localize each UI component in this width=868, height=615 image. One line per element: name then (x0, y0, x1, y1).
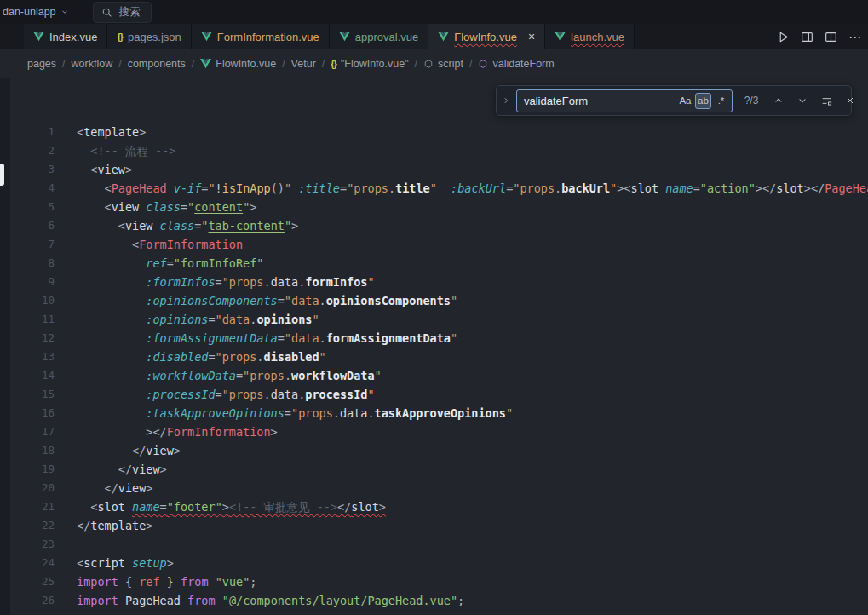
code-line[interactable]: 26import PageHead from "@/components/lay… (10, 591, 868, 610)
chevron-down-icon (60, 8, 69, 16)
tab-approval-vue[interactable]: approval.vue (330, 24, 428, 49)
split-editor-button[interactable] (825, 31, 837, 43)
find-results: ?/3 (739, 95, 764, 106)
line-number: 14 (10, 366, 55, 385)
breadcrumb-separator: / (192, 58, 194, 70)
play-icon (777, 31, 790, 43)
run-file-button[interactable] (777, 31, 790, 43)
code-line[interactable]: 6 <view class="tab-content"> (10, 216, 868, 235)
find-toggles: Aaab.* (677, 93, 729, 109)
more-actions-button[interactable]: ⋯ (848, 31, 861, 43)
tab-index-vue[interactable]: Index.vue (24, 24, 107, 49)
breadcrumb-separator: / (62, 58, 65, 70)
line-number: 18 (10, 441, 55, 460)
close-icon[interactable]: × (528, 31, 535, 43)
titlebar-search[interactable]: 搜索 (93, 2, 152, 23)
code-line[interactable]: 3 <view> (10, 160, 868, 179)
breadcrumb-separator: / (469, 58, 472, 70)
breadcrumb-item-script[interactable]: script (423, 58, 463, 70)
code-line[interactable]: 8 ref="formInfoRef" (10, 254, 868, 273)
tab-flowinfo-vue[interactable]: FlowInfo.vue× (428, 24, 545, 49)
breadcrumb-item--flowinfo-vue-[interactable]: {}"FlowInfo.vue" (331, 58, 408, 70)
tab-label: FlowInfo.vue (454, 31, 517, 43)
line-number: 12 (10, 329, 55, 348)
breadcrumb: pages/workflow/components/FlowInfo.vue/V… (10, 49, 868, 78)
vue-icon (555, 32, 566, 42)
find-in-selection-button[interactable] (818, 92, 835, 109)
breadcrumb-item-vetur[interactable]: Vetur (291, 58, 316, 70)
search-label: 搜索 (119, 5, 141, 20)
json-icon: {} (117, 32, 123, 42)
code-line[interactable]: 22</template> (10, 516, 868, 535)
toggle-replace-icon[interactable] (502, 96, 510, 105)
more-icon: ⋯ (848, 31, 861, 43)
tab-label: launch.vue (571, 31, 624, 43)
tab-label: Index.vue (49, 31, 97, 43)
breadcrumb-item-components[interactable]: components (128, 58, 186, 70)
split-icon (825, 31, 837, 43)
code-editor[interactable]: 1<template>2 <!-- 流程 -->3 <view>4 <PageH… (10, 78, 868, 615)
code-line[interactable]: 18 </view> (10, 441, 868, 460)
code-line[interactable]: 7 <FormInformation (10, 235, 868, 254)
code-line[interactable]: 9 :formInfos="props.data.formInfos" (10, 273, 868, 291)
whole-word-toggle[interactable]: ab (695, 93, 711, 109)
workspace-name: dan-uniapp (3, 6, 56, 18)
code-line[interactable]: 2 <!-- 流程 --> (10, 141, 868, 160)
line-number: 10 (10, 291, 55, 310)
tab-label: approval.vue (355, 31, 418, 43)
line-number: 13 (10, 348, 55, 366)
breadcrumb-item-pages[interactable]: pages (27, 58, 56, 70)
code-line[interactable]: 15 :processId="props.data.processId" (10, 385, 868, 404)
code-line[interactable]: 5 <view class="content"> (10, 198, 868, 216)
use-regex-toggle[interactable]: .* (713, 93, 729, 109)
code-line[interactable]: 12 :formAssignmentData="data.formAssignm… (10, 329, 868, 348)
search-icon (101, 7, 112, 18)
line-number: 9 (10, 273, 55, 291)
code-line[interactable]: 11 :opinions="data.opinions" (10, 310, 868, 329)
workspace-menu[interactable]: dan-uniapp (0, 6, 69, 18)
tab-label: FormInformation.vue (217, 31, 319, 43)
code-line[interactable]: 17 ></FormInformation> (10, 422, 868, 441)
line-number: 20 (10, 479, 55, 497)
line-number: 17 (10, 422, 55, 441)
code-line[interactable]: 19 </view> (10, 460, 868, 479)
code-line[interactable]: 13 :disabled="props.disabled" (10, 348, 868, 366)
tab-launch-vue[interactable]: launch.vue (545, 24, 635, 49)
code-line[interactable]: 23 (10, 535, 868, 554)
code-line[interactable]: 24<script setup> (10, 554, 868, 572)
breadcrumb-item-validateform[interactable]: validateForm (478, 58, 554, 70)
breadcrumb-item-flowinfo-vue[interactable]: FlowInfo.vue (200, 58, 276, 70)
find-buttons (770, 92, 859, 109)
code-line[interactable]: 16 :taskApproveOpinions="props.data.task… (10, 404, 868, 422)
find-input[interactable] (522, 94, 675, 108)
line-number: 16 (10, 404, 55, 422)
code-line[interactable]: 25import { ref } from "vue"; (10, 572, 868, 591)
code-line[interactable]: 14 :workflowData="props.workflowData" (10, 366, 868, 385)
tab-pages-json[interactable]: {}pages.json (107, 24, 191, 49)
breadcrumb-separator: / (415, 58, 417, 70)
tab-forminformation-vue[interactable]: FormInformation.vue (192, 24, 330, 49)
breadcrumb-separator: / (322, 58, 325, 70)
vue-icon (201, 32, 212, 42)
breadcrumb-item-workflow[interactable]: workflow (72, 58, 113, 70)
previous-match-button[interactable] (770, 92, 787, 109)
code-line[interactable]: 10 :opinionsComponents="data.opinionsCom… (10, 291, 868, 310)
line-number: 19 (10, 460, 55, 479)
vue-icon (438, 32, 449, 42)
line-number: 26 (10, 591, 55, 610)
code-line[interactable]: 1<template> (10, 123, 868, 141)
code-line[interactable]: 4 <PageHead v-if="!isInApp()" :title="pr… (10, 179, 868, 198)
find-widget: Aaab.* ?/3 (496, 85, 852, 116)
next-match-button[interactable] (794, 92, 811, 109)
code-lines: 1<template>2 <!-- 流程 -->3 <view>4 <PageH… (10, 78, 868, 610)
match-case-toggle[interactable]: Aa (677, 93, 693, 109)
json-icon: {} (331, 59, 336, 69)
tab-bar: Index.vue{}pages.jsonFormInformation.vue… (0, 24, 868, 49)
find-input-box: Aaab.* (516, 89, 733, 112)
vue-icon (33, 32, 44, 42)
code-line[interactable]: 20 </view> (10, 479, 868, 497)
activity-bar-edge (0, 78, 10, 615)
editor-layout-button[interactable] (801, 31, 813, 43)
code-line[interactable]: 21 <slot name="footer"><!-- 审批意见 --></sl… (10, 497, 868, 516)
close-find-button[interactable] (842, 92, 859, 109)
